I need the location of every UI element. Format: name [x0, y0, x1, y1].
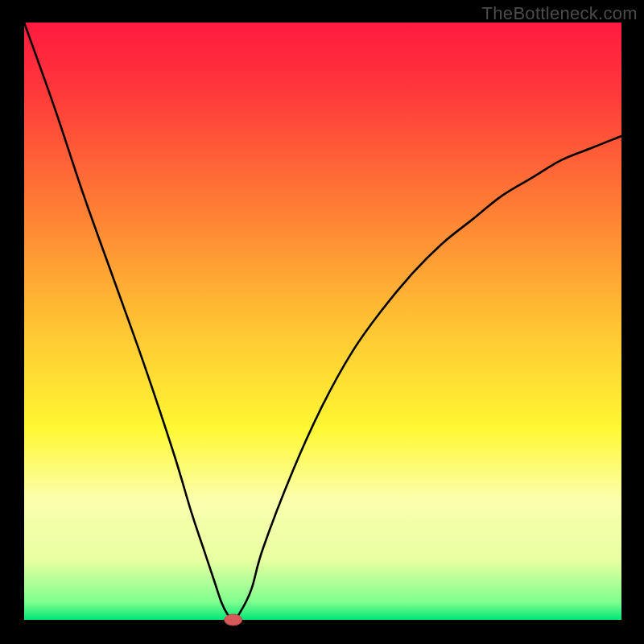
optimal-point-marker — [225, 614, 242, 625]
bottleneck-chart — [0, 0, 644, 644]
plot-background — [24, 23, 621, 620]
chart-container: TheBottleneck.com — [0, 0, 644, 644]
watermark-text: TheBottleneck.com — [482, 3, 638, 24]
